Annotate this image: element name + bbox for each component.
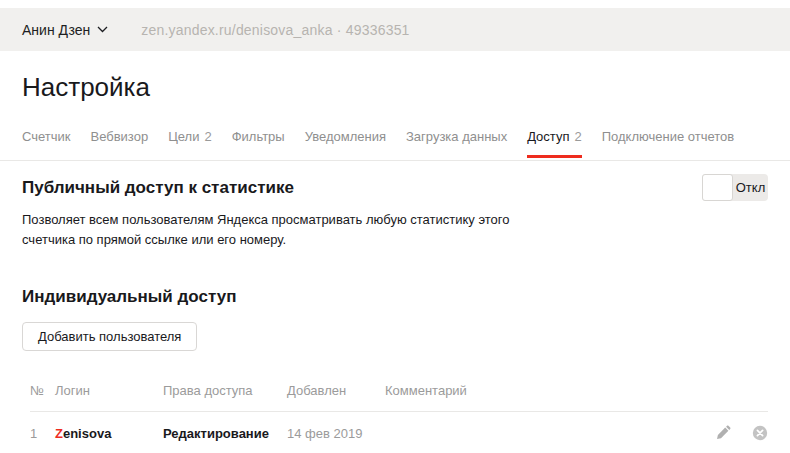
tab-badge: 2 (204, 129, 211, 144)
tab-filters[interactable]: Фильтры (232, 125, 285, 158)
login-highlight: Z (55, 426, 63, 441)
tabs-bar: Счетчик Вебвизор Цели2 Фильтры Уведомлен… (0, 125, 790, 161)
toggle-state-label: Откл (733, 180, 768, 195)
public-access-section: Публичный доступ к статистике Откл (22, 174, 768, 201)
tab-data-upload[interactable]: Загрузка данных (406, 125, 507, 158)
tab-label: Загрузка данных (406, 129, 507, 144)
toggle-knob (702, 174, 733, 201)
tab-notifications[interactable]: Уведомления (305, 125, 386, 158)
row-added-date: 14 фев 2019 (287, 426, 385, 441)
tab-label: Вебвизор (91, 129, 149, 144)
tab-label: Подключение отчетов (602, 129, 734, 144)
col-header-added: Добавлен (287, 383, 385, 398)
page-title: Настройка (0, 72, 790, 103)
tab-webvisor[interactable]: Вебвизор (91, 125, 149, 158)
tab-label: Уведомления (305, 129, 386, 144)
table-header-row: № Логин Права доступа Добавлен Комментар… (30, 377, 768, 412)
counter-switcher[interactable]: Анин Дзен (22, 22, 108, 38)
tab-label: Счетчик (22, 129, 71, 144)
add-user-button[interactable]: Добавить пользователя (22, 322, 197, 351)
tab-label: Цели (168, 129, 199, 144)
tab-label: Фильтры (232, 129, 285, 144)
tab-access[interactable]: Доступ2 (527, 125, 582, 158)
col-header-comment: Комментарий (385, 383, 696, 398)
row-number: 1 (30, 426, 55, 441)
col-header-login: Логин (55, 383, 163, 398)
tab-badge: 2 (575, 129, 582, 144)
col-header-num: № (30, 383, 55, 398)
public-access-toggle[interactable]: Откл (702, 174, 768, 201)
login-rest: enisova (63, 426, 111, 441)
counter-url: zen.yandex.ru/denisova_anka · 49336351 (141, 22, 409, 38)
tab-counter[interactable]: Счетчик (22, 125, 71, 158)
access-table: № Логин Права доступа Добавлен Комментар… (22, 377, 768, 453)
tab-report-connection[interactable]: Подключение отчетов (602, 125, 734, 158)
chevron-down-icon (97, 26, 108, 33)
table-row: 1 Zenisova Редактирование 14 фев 2019 (30, 412, 768, 453)
edit-pencil-icon[interactable] (715, 425, 731, 441)
topbar: Анин Дзен zen.yandex.ru/denisova_anka · … (0, 8, 790, 51)
public-access-description: Позволяет всем пользователям Яндекса про… (22, 210, 557, 250)
public-access-title: Публичный доступ к статистике (22, 178, 294, 198)
tab-label: Доступ (527, 129, 569, 144)
individual-access-title: Индивидуальный доступ (22, 287, 768, 307)
tab-goals[interactable]: Цели2 (168, 125, 212, 158)
col-header-permission: Права доступа (163, 383, 287, 398)
row-login: Zenisova (55, 426, 163, 441)
delete-close-circle-icon[interactable] (752, 425, 768, 441)
counter-name: Анин Дзен (22, 22, 90, 38)
row-permission: Редактирование (163, 426, 287, 441)
